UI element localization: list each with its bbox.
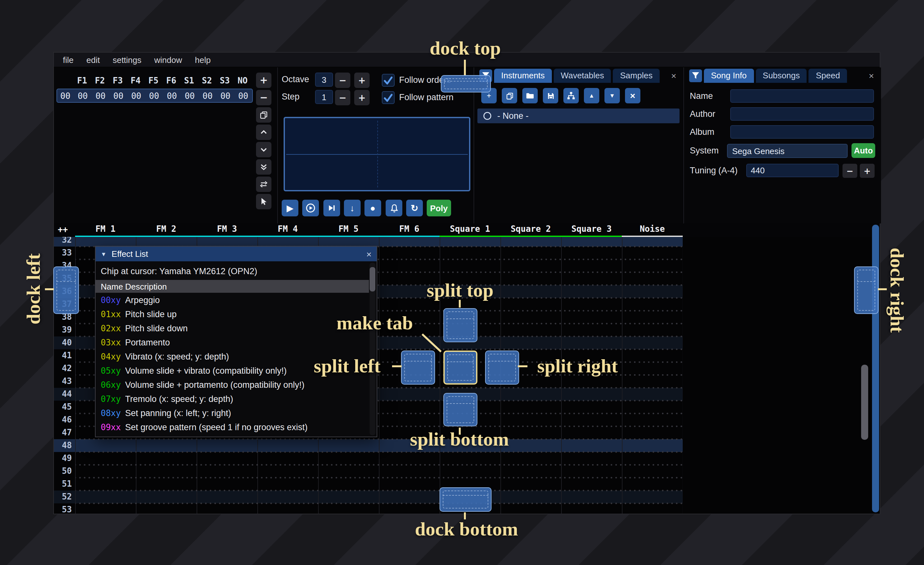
channel-header-square-3[interactable]: Square 3 (561, 224, 622, 237)
tab-speed[interactable]: Speed (809, 69, 847, 83)
close-icon[interactable]: × (866, 71, 877, 81)
pattern-cells[interactable] (75, 439, 683, 452)
octave-input[interactable] (315, 72, 333, 87)
octave-increment-button[interactable]: + (354, 72, 370, 88)
pattern-row-48[interactable]: 48 (54, 439, 683, 452)
tuning-field[interactable] (746, 164, 838, 177)
name-field[interactable] (730, 89, 874, 103)
channel-header-fm-2[interactable]: FM 2 (136, 224, 196, 237)
split-bottom-target[interactable] (443, 393, 477, 426)
effect-row-06xy[interactable]: 06xyVolume slide + portamento (compatibi… (96, 377, 376, 392)
play-song-button[interactable]: ▶ (282, 200, 298, 216)
effect-row-02xx[interactable]: 02xxPitch slide down (96, 321, 376, 335)
pattern-cells[interactable] (75, 465, 683, 478)
save-instrument-button[interactable] (543, 88, 558, 104)
pattern-cells[interactable] (75, 490, 683, 503)
channel-header-fm-6[interactable]: FM 6 (379, 224, 440, 237)
author-field[interactable] (730, 107, 874, 121)
order-cell-3[interactable]: 00 (128, 91, 146, 101)
menu-settings[interactable]: settings (106, 52, 148, 67)
order-cell-2[interactable]: 00 (110, 91, 128, 101)
dock-left-target[interactable] (53, 266, 79, 314)
step-row-button[interactable]: ↓ (344, 200, 361, 216)
tab-wavetables[interactable]: Wavetables (554, 69, 611, 83)
song-filter-button[interactable] (689, 69, 702, 82)
repeat-pattern-button[interactable]: ↻ (406, 200, 423, 216)
order-cell-0[interactable]: 00 (74, 91, 92, 101)
channel-header-fm-5[interactable]: FM 5 (318, 224, 379, 237)
order-add-button[interactable]: + (256, 72, 272, 88)
pattern-cells[interactable] (75, 452, 683, 465)
order-cell-9[interactable]: 00 (234, 91, 252, 101)
pattern-cells[interactable] (75, 503, 683, 514)
dock-top-target[interactable] (441, 75, 491, 92)
tab-subsongs[interactable]: Subsongs (756, 69, 807, 83)
menu-help[interactable]: help (189, 52, 217, 67)
pattern-expand-button[interactable]: ++ (58, 225, 68, 234)
split-right-target[interactable] (485, 350, 519, 385)
metronome-button[interactable] (386, 200, 402, 216)
channel-header-fm-4[interactable]: FM 4 (257, 224, 318, 237)
order-select-mode-button[interactable] (256, 194, 272, 209)
play-pattern-button[interactable] (302, 200, 319, 216)
orders-row[interactable]: 00 00000000000000000000 (57, 89, 253, 103)
split-top-target[interactable] (443, 308, 477, 342)
step-input[interactable] (315, 90, 333, 104)
order-cell-7[interactable]: 00 (199, 91, 217, 101)
open-instrument-button[interactable] (522, 88, 538, 104)
pattern-row-53[interactable]: 53 (54, 503, 683, 514)
close-icon[interactable]: × (366, 249, 372, 259)
record-button[interactable]: ● (364, 200, 381, 216)
order-jump-down-button[interactable] (256, 159, 272, 174)
play-from-cursor-button[interactable] (323, 200, 340, 216)
effect-row-03xx[interactable]: 03xxPortamento (96, 335, 376, 349)
channel-header-fm-3[interactable]: FM 3 (196, 224, 257, 237)
order-cell-6[interactable]: 00 (181, 91, 199, 101)
menu-file[interactable]: file (57, 52, 80, 67)
octave-decrement-button[interactable]: − (335, 72, 350, 88)
pattern-row-52[interactable]: 52 (54, 490, 683, 503)
tuning-decrement-button[interactable]: − (843, 164, 857, 178)
collapse-triangle-icon[interactable]: ▼ (101, 251, 106, 257)
order-duplicate-button[interactable] (256, 107, 272, 123)
step-decrement-button[interactable]: − (335, 90, 350, 105)
channel-header-noise[interactable]: Noise (622, 224, 682, 237)
effect-row-00xy[interactable]: 00xyArpeggio (96, 293, 376, 307)
effect-list-column-headers[interactable]: Name Description (96, 280, 369, 293)
pattern-cells[interactable] (75, 478, 683, 490)
pattern-row-49[interactable]: 49 (54, 452, 683, 465)
menu-edit[interactable]: edit (80, 52, 106, 67)
move-instrument-down-button[interactable]: ▼ (604, 88, 620, 104)
system-field[interactable]: Sega Genesis (727, 144, 848, 158)
tuning-increment-button[interactable]: + (860, 164, 874, 178)
effect-row-09xx[interactable]: 09xxSet groove pattern (speed 1 if no gr… (96, 420, 376, 434)
channel-header-square-1[interactable]: Square 1 (440, 224, 500, 237)
order-cell-8[interactable]: 00 (217, 91, 234, 101)
effect-row-01xx[interactable]: 01xxPitch slide up (96, 307, 376, 321)
pattern-row-50[interactable]: 50 (54, 465, 683, 478)
split-left-target[interactable] (401, 350, 435, 385)
dock-bottom-target[interactable] (440, 487, 492, 512)
effect-list-titlebar[interactable]: ▼ Effect List × (96, 246, 376, 261)
pattern-row-51[interactable]: 51 (54, 478, 683, 490)
effect-row-08xy[interactable]: 08xySet panning (x: left; y: right) (96, 406, 376, 420)
delete-instrument-button[interactable]: × (625, 88, 640, 104)
channel-header-square-2[interactable]: Square 2 (501, 224, 561, 237)
album-field[interactable] (730, 125, 874, 139)
poly-button[interactable]: Poly (427, 200, 451, 216)
order-cell-4[interactable]: 00 (145, 91, 163, 101)
make-tab-target[interactable] (443, 350, 477, 385)
menu-window[interactable]: window (148, 52, 189, 67)
effect-row-07xy[interactable]: 07xyTremolo (x: speed; y: depth) (96, 392, 376, 406)
tab-instruments[interactable]: Instruments (494, 69, 552, 83)
order-move-down-button[interactable] (256, 142, 272, 157)
order-move-up-button[interactable] (256, 125, 272, 140)
duplicate-instrument-button[interactable] (502, 88, 517, 104)
instrument-organize-button[interactable] (563, 88, 579, 104)
effect-list-scrollbar-thumb[interactable] (370, 267, 375, 292)
follow-orders-checkbox[interactable] (382, 74, 394, 87)
auto-system-button[interactable]: Auto (852, 143, 875, 158)
follow-pattern-checkbox[interactable] (382, 91, 394, 104)
order-remove-button[interactable]: − (256, 90, 272, 105)
tab-samples[interactable]: Samples (613, 69, 660, 83)
